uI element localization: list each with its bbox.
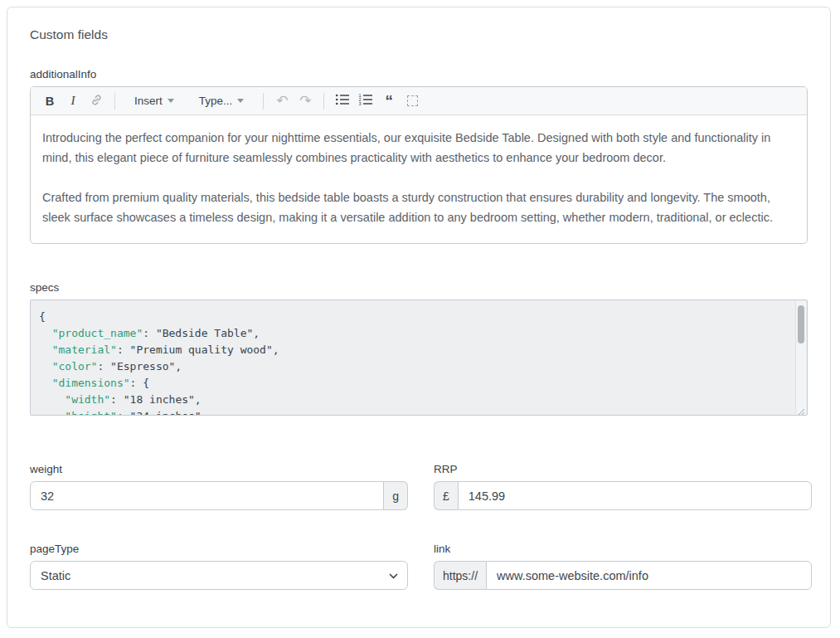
rrp-input-group: £ xyxy=(434,481,812,510)
chevron-down-icon xyxy=(168,99,174,103)
toolbar-separator xyxy=(114,93,115,110)
link-input[interactable] xyxy=(486,561,812,590)
link-field: link https:// xyxy=(434,543,812,590)
insert-dropdown-label: Insert xyxy=(134,95,163,107)
insert-dropdown[interactable]: Insert xyxy=(128,90,181,112)
weight-input[interactable] xyxy=(30,481,384,510)
link-label: link xyxy=(434,543,812,555)
rich-text-editor: B I Insert Typ xyxy=(30,86,808,244)
redo-button[interactable]: ↷ xyxy=(294,90,316,112)
custom-fields-card: Custom fields additionalInfo B I xyxy=(7,7,831,628)
dashed-frame-button[interactable] xyxy=(401,90,423,112)
blockquote-button[interactable]: “ xyxy=(378,90,400,112)
rrp-label: RRP xyxy=(434,463,812,475)
specs-scrollbar-thumb[interactable] xyxy=(798,305,804,343)
section-title: Custom fields xyxy=(30,27,808,42)
link-protocol-addon: https:// xyxy=(434,561,486,590)
dashed-square-icon xyxy=(407,95,418,106)
bold-button[interactable]: B xyxy=(39,90,61,112)
weight-input-group: g xyxy=(30,481,408,510)
weight-unit-addon: g xyxy=(384,481,408,510)
resize-handle-icon[interactable] xyxy=(796,404,805,413)
blockquote-icon: “ xyxy=(386,97,394,105)
specs-code-editor[interactable]: { "product_name": "Bedside Table", "mate… xyxy=(30,300,808,416)
rrp-currency-addon: £ xyxy=(434,481,458,510)
rrp-input[interactable] xyxy=(458,481,812,510)
editor-toolbar: B I Insert Typ xyxy=(31,87,807,115)
toolbar-separator xyxy=(323,93,324,110)
type-dropdown[interactable]: Type... xyxy=(192,90,251,112)
svg-text:3: 3 xyxy=(359,101,362,106)
undo-icon: ↶ xyxy=(276,92,288,110)
specs-label: specs xyxy=(30,281,808,294)
page-type-select[interactable]: Static xyxy=(30,561,408,590)
numbered-list-button[interactable]: 123 xyxy=(355,90,376,112)
specs-code[interactable]: { "product_name": "Bedside Table", "mate… xyxy=(31,300,795,415)
link-icon xyxy=(90,93,104,110)
specs-scrollbar[interactable] xyxy=(795,301,806,414)
bullet-list-button[interactable] xyxy=(332,90,353,112)
editor-paragraph: Introducing the perfect companion for yo… xyxy=(42,128,795,168)
type-dropdown-label: Type... xyxy=(199,95,233,107)
editor-paragraph: Crafted from premium quality materials, … xyxy=(42,188,795,227)
weight-field: weight g xyxy=(30,463,408,510)
redo-icon: ↷ xyxy=(299,92,311,110)
page-type-field: pageType Static xyxy=(30,543,408,590)
specs-field: specs { "product_name": "Bedside Table",… xyxy=(30,281,808,416)
editor-content[interactable]: Introducing the perfect companion for yo… xyxy=(31,115,807,243)
undo-button[interactable]: ↶ xyxy=(271,90,293,112)
weight-label: weight xyxy=(30,463,408,475)
link-button[interactable] xyxy=(85,90,107,112)
page-type-label: pageType xyxy=(30,543,408,555)
additional-info-field: additionalInfo B I Insert xyxy=(30,68,808,244)
numbered-list-icon: 123 xyxy=(358,93,373,109)
toolbar-separator xyxy=(263,93,264,110)
additional-info-label: additionalInfo xyxy=(30,68,808,80)
chevron-down-icon xyxy=(237,99,244,103)
bullet-list-icon xyxy=(335,93,350,109)
rrp-field: RRP £ xyxy=(434,463,812,510)
italic-button[interactable]: I xyxy=(62,90,84,112)
link-input-group: https:// xyxy=(434,561,812,590)
page-type-select-wrap: Static xyxy=(30,561,408,590)
